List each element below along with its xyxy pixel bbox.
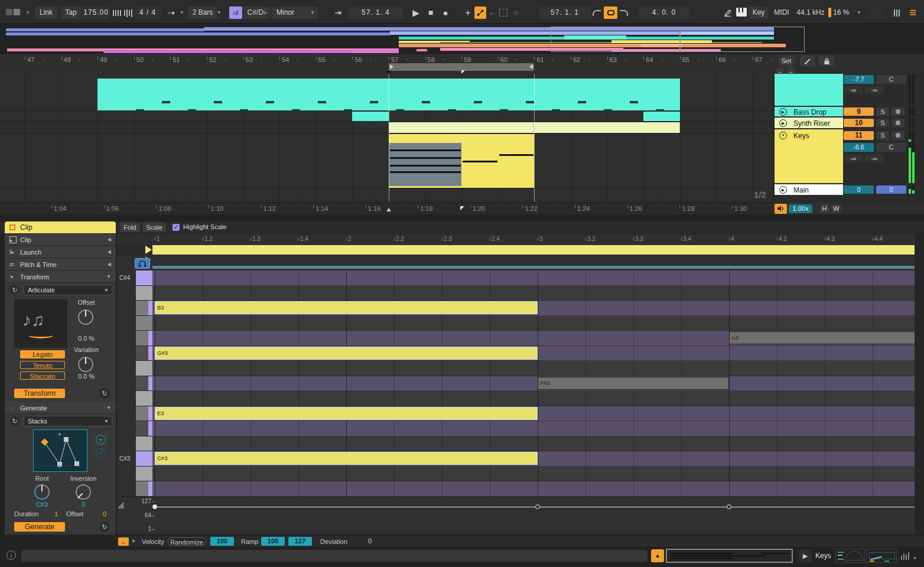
piano-key-G#3[interactable] [136,346,152,361]
re-enable-automation-icon[interactable]: ← [487,6,497,19]
pr-row-B2[interactable] [152,481,915,497]
lane-menu-icon[interactable]: ▼ [131,537,136,546]
transform-reapply-icon[interactable]: ↻ [99,388,110,399]
arrangement-tracks[interactable] [0,74,773,202]
capture-midi-icon[interactable] [499,9,507,17]
piano-key-C4[interactable] [136,286,152,301]
clip-tab[interactable]: Clip [5,221,116,233]
piano-key-G3[interactable] [136,361,152,376]
overdub-plus-icon[interactable]: + [463,6,473,19]
generate-reapply-icon[interactable]: ↻ [99,522,110,532]
bass-solo-button[interactable]: S [876,107,889,116]
legato-button[interactable]: Legato [20,350,65,359]
session-record-icon[interactable]: ○ [510,6,521,19]
pr-row-F3[interactable] [152,391,915,406]
add-stack-icon[interactable]: + [96,435,106,445]
lock-envelopes-button[interactable] [819,56,834,66]
pr-row-D#3[interactable] [152,421,915,436]
punch-out-icon[interactable] [620,10,628,16]
track1-volume-field[interactable]: -7.7 [844,75,874,84]
staccato-button[interactable]: Staccato [20,372,65,380]
punch-in-icon[interactable] [593,10,601,16]
velocity-ramp-line[interactable] [155,507,915,508]
scale-filter-button[interactable]: Scale [142,223,166,232]
nudge-down-icon[interactable] [112,6,122,19]
midi-note-G#3[interactable]: G#3 [155,347,538,360]
main-volume-field[interactable]: 0 [844,185,874,194]
tempo-field[interactable]: 175.00 [82,6,110,19]
highlight-scale-checkbox[interactable]: ✓ [173,224,180,231]
midi-indicator[interactable]: MIDI [771,6,792,19]
keys-send-a[interactable]: -∞ [844,155,863,162]
show-detail-view-button[interactable]: ▲ [651,549,664,562]
fold-track-icon[interactable]: ▶ [779,186,787,194]
main-pan-field[interactable]: 0 [876,185,906,194]
device-thumbnail-2[interactable] [866,549,897,563]
play-icon[interactable]: ▶ [409,6,422,19]
pr-loop-bar[interactable] [152,245,915,255]
tap-tempo-button[interactable]: Tap [61,6,81,19]
clip-synth-riser[interactable] [534,122,679,133]
audition-speaker-icon[interactable] [775,204,787,214]
gen-offset-value[interactable]: 0 [103,510,106,517]
lane-fold-icon[interactable]: ← [118,537,129,546]
root-knob[interactable] [34,484,50,500]
link-button[interactable]: Link [35,6,57,19]
pr-row-C#4[interactable] [152,271,915,286]
track-header-synth-riser[interactable]: ▶ Synth Riser [775,118,843,128]
width-zoom-button[interactable]: W [831,204,841,213]
velocity-lane-icon[interactable] [119,500,123,511]
bass-arm-button[interactable] [892,107,905,116]
chevron-down-icon[interactable]: ▼ [24,6,32,19]
root-value[interactable]: C#3 [21,501,63,508]
transform-apply-button[interactable]: Transform [14,389,65,398]
synth-solo-button[interactable]: S [876,119,889,127]
height-zoom-button[interactable]: H [819,204,829,213]
draw-button[interactable] [800,56,815,66]
keys-channel-field[interactable]: 11 [844,131,874,140]
window-mode-icon-2[interactable] [14,9,20,15]
ramp-to-field[interactable]: 127 [288,537,312,546]
generate-preset-dropdown[interactable]: Stacks▼ [24,416,112,426]
generate-apply-button[interactable]: Generate [14,522,65,532]
loop-button[interactable] [604,6,617,19]
keys-arm-button[interactable] [892,131,905,140]
keys-pan-field[interactable]: C [876,143,906,152]
synth-arm-button[interactable] [892,119,905,127]
track1-pan-field[interactable]: C [876,75,906,84]
clip-synth-riser[interactable] [389,122,534,133]
velocity-lane[interactable] [117,497,915,532]
remove-stack-icon[interactable]: − [96,448,106,458]
time-signature-field[interactable]: 4 / 4 [135,6,161,19]
device-levels-icon[interactable]: ▼ [900,552,917,562]
track-header-unnamed[interactable] [775,74,843,106]
track-header-main[interactable]: ▶ Main [775,184,843,195]
deviation-field[interactable]: 0 [353,537,386,546]
piano-key-F3[interactable] [136,391,152,406]
overview-window-divider[interactable] [679,27,681,52]
fold-track-icon[interactable]: ▶ [779,119,787,127]
stop-icon[interactable]: ■ [425,6,437,19]
inversion-knob[interactable] [76,484,91,500]
set-locator-button[interactable]: Set [777,56,795,66]
piano-key-C#4[interactable] [136,271,152,286]
piano-key-E3[interactable] [136,406,152,422]
device-play-icon[interactable]: ▶ [799,549,812,562]
midi-note-C#3[interactable]: C#3 [155,452,538,465]
nudge-up-icon[interactable] [123,6,134,19]
section-launch[interactable]: ‖▸Launch◀ [5,246,116,258]
scale-root-menu[interactable]: C#/D♭ [243,6,271,19]
ramp-from-field[interactable]: 100 [261,537,285,546]
piano-key-C3[interactable] [136,467,152,482]
key-map-button[interactable]: Key [749,6,768,19]
clip-zoom-scrollbar[interactable] [666,549,793,563]
device-thumbnail-1[interactable] [835,549,865,563]
track-header-bass-drop[interactable]: ▶ Bass Drop [775,107,843,116]
duration-value[interactable]: 1 [54,510,58,517]
fold-button[interactable]: Fold [120,223,140,232]
pr-row-C3[interactable] [152,467,915,482]
arrangement-overview[interactable] [0,24,924,54]
pr-row-C4[interactable] [152,286,915,301]
window-mode-icon[interactable] [6,9,12,15]
section-generate[interactable]: ◌Generate▼ [5,402,116,414]
